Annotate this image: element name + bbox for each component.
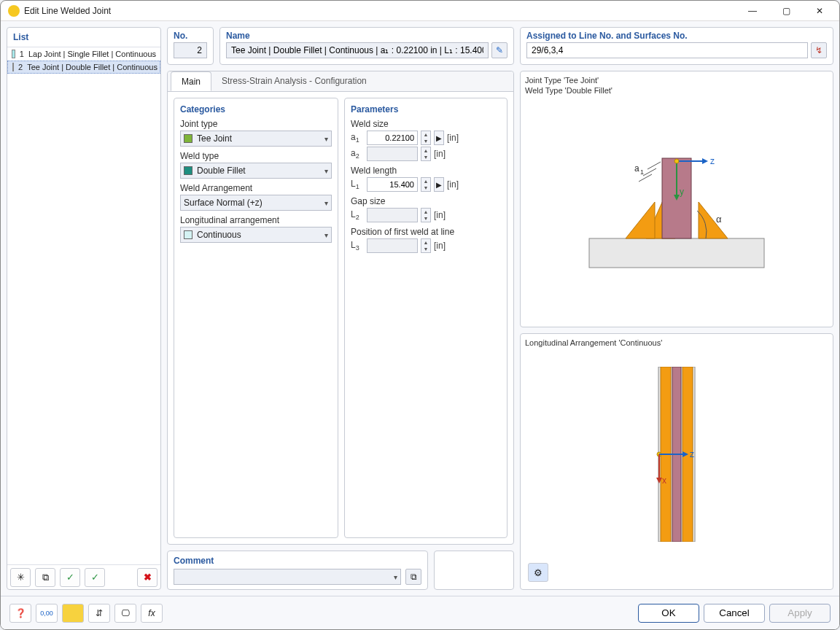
units-button[interactable]: 0,00 — [36, 604, 58, 623]
preview-settings-button[interactable]: ⚙ — [528, 563, 548, 582]
tab-stress-strain[interactable]: Stress-Strain Analysis - Configuration — [211, 71, 377, 91]
L1-spinner[interactable]: ▲▼ — [421, 177, 431, 192]
a1-go-button[interactable]: ▶ — [434, 131, 444, 145]
svg-text:α: α — [716, 214, 722, 225]
list-header: List — [7, 28, 160, 47]
assigned-label: Assigned to Line No. and Surfaces No. — [521, 28, 833, 42]
copy-item-button[interactable]: ⧉ — [35, 568, 55, 587]
svg-line-14 — [648, 162, 661, 169]
L2-unit: [in] — [434, 210, 446, 220]
rename-button[interactable]: ✎ — [491, 42, 508, 58]
color-button[interactable] — [62, 604, 84, 623]
longitudinal-arrangement-combo[interactable]: Continuous ▾ — [180, 227, 332, 243]
titlebar: Edit Line Welded Joint — ▢ ✕ — [1, 1, 839, 21]
name-panel: Name ✎ — [219, 27, 514, 65]
dialog-footer: ❓ 0,00 ⇵ 🖵 fx OK Cancel Apply — [1, 596, 839, 629]
a2-unit: [in] — [434, 149, 446, 159]
color-swatch — [12, 63, 14, 71]
no-input[interactable] — [174, 42, 207, 58]
a1-unit: [in] — [447, 133, 459, 143]
svg-text:z: z — [690, 449, 694, 459]
L3-input — [367, 238, 418, 253]
list-item[interactable]: 1 Lap Joint | Single Fillet | Continuous — [7, 47, 160, 61]
main-tab-panel: Main Stress-Strain Analysis - Configurat… — [167, 71, 514, 545]
no-label: No. — [168, 28, 213, 42]
pick-lines-button[interactable]: ↯ — [811, 42, 827, 58]
longitudinal-preview-canvas: z x — [525, 349, 828, 560]
L1-unit: [in] — [447, 179, 459, 190]
model-button[interactable]: ⇵ — [88, 604, 110, 623]
new-icon: ✳ — [17, 572, 25, 583]
svg-text:1: 1 — [640, 168, 644, 176]
maximize-button[interactable]: ▢ — [769, 1, 803, 21]
chevron-down-icon: ▾ — [324, 167, 328, 175]
weld-type-combo[interactable]: Double Fillet ▾ — [180, 163, 332, 179]
L1-go-button[interactable]: ▶ — [434, 177, 444, 192]
list-body: 1 Lap Joint | Single Fillet | Continuous… — [7, 47, 160, 564]
a1-label: a1 — [351, 132, 364, 144]
name-label: Name — [220, 28, 513, 42]
joint-preview-panel: Joint Type 'Tee Joint' Weld Type 'Double… — [520, 71, 833, 327]
ok-button[interactable]: OK — [638, 604, 699, 623]
joint-type-combo[interactable]: Tee Joint ▾ — [180, 131, 332, 147]
continuous-arrangement-diagram: z x — [618, 367, 735, 542]
minimize-button[interactable]: — — [736, 1, 769, 21]
chevron-down-icon: ▾ — [394, 573, 397, 581]
L2-label: L2 — [351, 209, 364, 221]
dialog-window: Edit Line Welded Joint — ▢ ✕ List 1 Lap … — [0, 0, 840, 630]
joint-type-color-icon — [184, 134, 192, 143]
L3-unit: [in] — [434, 241, 446, 251]
minimize-icon: — — [748, 6, 757, 16]
tee-joint-diagram: z y a1 — [575, 129, 779, 289]
svg-rect-0 — [589, 238, 764, 268]
joint-preview-title-1: Joint Type 'Tee Joint' — [525, 76, 828, 85]
weld-arrangement-label: Weld Arrangement — [180, 183, 332, 193]
weld-arrangement-combo[interactable]: Surface Normal (+z) ▾ — [180, 195, 332, 211]
function-button[interactable]: fx — [141, 604, 163, 623]
assigned-input[interactable] — [526, 42, 808, 58]
close-button[interactable]: ✕ — [803, 1, 836, 21]
categories-panel: Categories Joint type Tee Joint ▾ Weld t… — [174, 98, 338, 538]
delete-item-button[interactable]: ✖ — [137, 568, 158, 587]
weld-length-label: Weld length — [351, 166, 501, 176]
L3-spinner: ▲▼ — [421, 238, 431, 253]
comment-combo[interactable]: ▾ — [174, 569, 401, 585]
weld-type-value: Double Fillet — [197, 166, 246, 176]
apply-button[interactable]: Apply — [769, 604, 831, 623]
list-item-text: Lap Joint | Single Fillet | Continuous — [28, 50, 156, 58]
assigned-panel: Assigned to Line No. and Surfaces No. ↯ — [520, 27, 833, 65]
check-button-2[interactable]: ✓ — [85, 568, 105, 587]
app-icon — [8, 5, 20, 17]
new-item-button[interactable]: ✳ — [10, 568, 31, 587]
position-first-weld-label: Position of first weld at line — [351, 227, 501, 237]
name-input[interactable] — [226, 42, 489, 58]
chevron-down-icon: ▾ — [324, 199, 328, 207]
a1-input[interactable] — [367, 131, 418, 145]
edit-icon: ✎ — [496, 45, 503, 55]
help-button[interactable]: ❓ — [9, 604, 31, 623]
view-button[interactable]: 🖵 — [114, 604, 136, 623]
maximize-icon: ▢ — [782, 6, 790, 16]
categories-title: Categories — [180, 104, 332, 114]
a2-spinner: ▲▼ — [421, 147, 431, 161]
list-item[interactable]: 2 Tee Joint | Double Fillet | Continuous — [7, 61, 160, 74]
window-title: Edit Line Welded Joint — [24, 6, 111, 16]
L2-spinner: ▲▼ — [421, 208, 431, 222]
joint-type-value: Tee Joint — [197, 133, 232, 144]
L1-label: L1 — [351, 179, 364, 190]
a1-spinner[interactable]: ▲▼ — [421, 131, 431, 145]
view-icon: 🖵 — [121, 608, 130, 618]
weld-type-label: Weld type — [180, 151, 332, 161]
check-button-1[interactable]: ✓ — [60, 568, 80, 587]
settings-icon: ⚙ — [534, 567, 542, 578]
list-item-text: Tee Joint | Double Fillet | Continuous — [27, 63, 158, 71]
parameters-panel: Parameters Weld size a1 ▲▼ ▶ [in] — [344, 98, 508, 538]
comment-library-button[interactable]: ⧉ — [405, 569, 421, 585]
tab-main[interactable]: Main — [171, 71, 211, 91]
gap-size-label: Gap size — [351, 196, 501, 206]
L1-input[interactable] — [367, 177, 418, 192]
svg-text:a: a — [634, 163, 639, 174]
list-toolbar: ✳ ⧉ ✓ ✓ ✖ — [7, 564, 160, 589]
cancel-button[interactable]: Cancel — [704, 604, 765, 623]
list-panel: List 1 Lap Joint | Single Fillet | Conti… — [7, 27, 161, 590]
